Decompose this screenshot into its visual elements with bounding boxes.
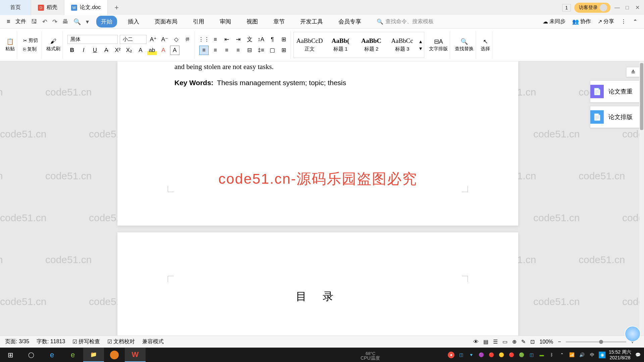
- text-effect-button[interactable]: A: [136, 46, 145, 55]
- tray-icon[interactable]: 🟣: [478, 352, 485, 358]
- format-painter-button[interactable]: 🖌 格式刷: [46, 38, 60, 52]
- document-canvas[interactable]: code51.cncode51.cncode51.cncode51.cncode…: [0, 61, 644, 345]
- page-indicator[interactable]: 页面: 3/35: [5, 338, 29, 345]
- highlight-button[interactable]: ab: [147, 46, 157, 55]
- clear-format-icon[interactable]: ◇: [171, 35, 181, 44]
- word-count[interactable]: 字数: 11813: [37, 338, 65, 345]
- tray-icon[interactable]: ◫: [528, 352, 535, 358]
- tab-document[interactable]: W 论文.doc: [64, 0, 108, 15]
- sort-button[interactable]: ↕A: [256, 35, 266, 44]
- task-wps[interactable]: W: [125, 348, 146, 362]
- align-center-button[interactable]: ≡: [211, 46, 220, 55]
- menu-vip[interactable]: 会员专享: [334, 16, 366, 27]
- proof-toggle[interactable]: ☑文档校对: [107, 338, 135, 345]
- print-icon[interactable]: 🖶: [62, 18, 68, 25]
- numbering-button[interactable]: ≡: [211, 35, 220, 44]
- task-cortana[interactable]: ◯: [21, 348, 42, 362]
- strike-button[interactable]: A̶: [102, 46, 111, 55]
- font-color-button[interactable]: A: [159, 46, 168, 55]
- task-ie[interactable]: e: [42, 348, 62, 362]
- more-icon[interactable]: ⋮: [621, 18, 626, 25]
- task-explorer[interactable]: 📁: [83, 348, 104, 362]
- pen-icon[interactable]: ✎: [521, 339, 526, 345]
- align-right-button[interactable]: ≡: [222, 46, 231, 55]
- cut-button[interactable]: ✂剪切: [22, 37, 39, 44]
- tray-icon[interactable]: ●: [448, 352, 454, 358]
- notifications-icon[interactable]: 💬: [635, 352, 641, 358]
- clock[interactable]: 15:52 周六2021/8/28: [609, 349, 631, 361]
- tab-add[interactable]: +: [108, 3, 125, 12]
- outline-icon[interactable]: ☰: [493, 339, 498, 345]
- side-thesis-layout[interactable]: 📄 论文排版: [590, 106, 640, 128]
- tray-icon[interactable]: 🟢: [518, 352, 525, 358]
- keywords-line[interactable]: Key Words: Thesis management system; top…: [174, 79, 461, 87]
- bold-button[interactable]: B: [67, 46, 77, 55]
- paste-button[interactable]: 📋 粘贴: [5, 38, 15, 52]
- style-heading1[interactable]: AaBb(标题 1: [325, 33, 356, 57]
- reading-icon[interactable]: ▭: [502, 339, 507, 345]
- search-command[interactable]: 🔍 查找命令、搜索模板: [377, 18, 434, 25]
- menu-view[interactable]: 视图: [242, 16, 263, 27]
- vertical-scrollbar[interactable]: [639, 61, 644, 345]
- task-app1[interactable]: [104, 348, 125, 362]
- tray-icon[interactable]: 🟡: [498, 352, 505, 358]
- maximize-button[interactable]: □: [624, 4, 631, 11]
- document-page-1[interactable]: and being stolen are not easy tasks. Key…: [117, 61, 518, 226]
- hamburger-icon[interactable]: ≡: [7, 18, 10, 25]
- char-border-button[interactable]: A: [170, 46, 179, 55]
- fit-icon[interactable]: ⊡: [530, 339, 535, 345]
- style-heading2[interactable]: AaBbC标题 2: [356, 33, 386, 57]
- copy-button[interactable]: ⎘复制: [22, 46, 39, 53]
- style-heading3[interactable]: AaBbCc标题 3: [387, 33, 417, 57]
- tab-counter[interactable]: 1: [562, 4, 571, 11]
- task-browser[interactable]: e: [62, 348, 83, 362]
- font-size-select[interactable]: [120, 35, 147, 44]
- close-button[interactable]: ✕: [634, 4, 641, 11]
- select-button[interactable]: ↖选择: [481, 38, 490, 52]
- style-normal[interactable]: AaBbCcD正文: [294, 33, 325, 57]
- volume-icon[interactable]: 🔊: [579, 352, 585, 358]
- tab-daok[interactable]: D 稻壳: [31, 0, 64, 15]
- collab-button[interactable]: 👥协作: [572, 18, 591, 25]
- document-page-2[interactable]: 目 录: [117, 232, 518, 345]
- shrink-font-icon[interactable]: A⁻: [160, 35, 169, 44]
- undo-icon[interactable]: ↶: [42, 18, 47, 25]
- share-button[interactable]: ↗分享: [598, 18, 614, 25]
- phonetic-icon[interactable]: 拼: [183, 35, 192, 44]
- zoom-slider[interactable]: [566, 341, 626, 343]
- print-layout-icon[interactable]: ▤: [483, 339, 488, 345]
- save-icon[interactable]: 🖫: [31, 18, 37, 25]
- tray-nvidia-icon[interactable]: ▬: [538, 352, 545, 358]
- tray-icon[interactable]: ♥: [468, 352, 475, 358]
- bullets-button[interactable]: ⋮⋮: [199, 35, 209, 44]
- web-icon[interactable]: ⊕: [512, 339, 517, 345]
- shading-button[interactable]: ▢: [268, 46, 277, 55]
- increase-indent-button[interactable]: ⇥: [233, 35, 243, 44]
- underline-button[interactable]: U: [90, 46, 100, 55]
- justify-button[interactable]: ≡: [233, 46, 243, 55]
- zoom-out-button[interactable]: −: [558, 339, 561, 345]
- side-plagiarism-check[interactable]: 📄 论文查重: [590, 80, 640, 103]
- tab-home[interactable]: 首页: [0, 0, 31, 15]
- menu-insert[interactable]: 插入: [123, 16, 144, 27]
- toc-heading[interactable]: 目 录: [174, 289, 461, 304]
- superscript-button[interactable]: X²: [113, 46, 122, 55]
- style-gallery[interactable]: AaBbCcD正文 AaBb(标题 1 AaBbC标题 2 AaBbCc标题 3…: [293, 32, 424, 58]
- preview-icon[interactable]: 🔍: [73, 18, 81, 25]
- bluetooth-icon[interactable]: ᛒ: [548, 352, 555, 358]
- zoom-handle[interactable]: [599, 340, 603, 344]
- show-marks-button[interactable]: ⊞: [279, 35, 288, 44]
- align-left-button[interactable]: ≡: [199, 46, 209, 55]
- tray-icon[interactable]: 🔴: [508, 352, 515, 358]
- font-name-select[interactable]: [67, 35, 118, 44]
- menu-references[interactable]: 引用: [188, 16, 209, 27]
- style-down-icon[interactable]: ▾: [419, 45, 422, 52]
- menu-start[interactable]: 开始: [96, 16, 117, 27]
- find-replace-button[interactable]: 🔍查找替换: [455, 38, 474, 52]
- tray-icon[interactable]: ◫: [458, 352, 465, 358]
- tray-icon[interactable]: 🔴: [488, 352, 495, 358]
- menu-file[interactable]: 文件: [15, 18, 26, 25]
- italic-button[interactable]: I: [79, 46, 88, 55]
- login-button[interactable]: 访客登录: [574, 3, 610, 13]
- menu-review[interactable]: 审阅: [215, 16, 236, 27]
